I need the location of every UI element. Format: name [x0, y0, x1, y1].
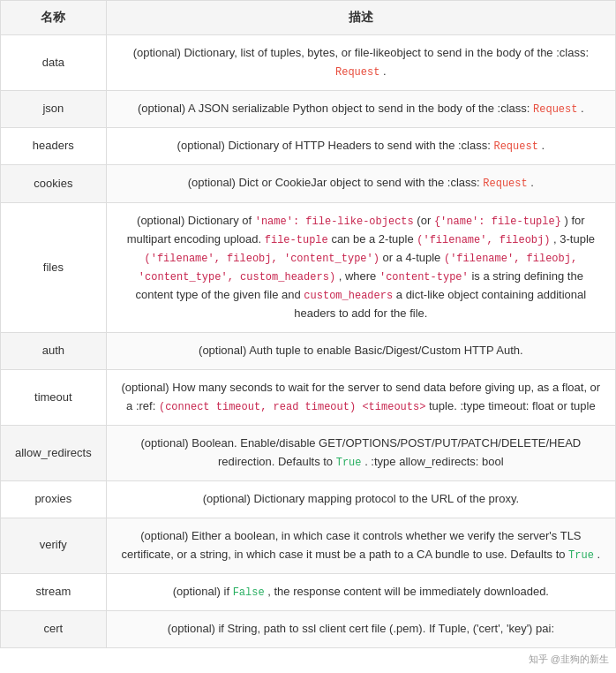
- table-row: allow_redirects(optional) Boolean. Enabl…: [1, 426, 616, 481]
- param-description: (optional) Auth tuple to enable Basic/Di…: [106, 333, 615, 370]
- param-description: (optional) if String, path to ssl client…: [106, 611, 615, 648]
- col-header-name: 名称: [1, 1, 107, 35]
- param-name: cert: [1, 611, 107, 648]
- param-name: stream: [1, 573, 107, 610]
- param-name: timeout: [1, 370, 107, 426]
- param-name: cookies: [1, 165, 107, 202]
- param-name: auth: [1, 333, 107, 370]
- table-row: stream(optional) if False , the response…: [1, 573, 616, 610]
- param-name: verify: [1, 518, 107, 573]
- params-table: 名称 描述 data(optional) Dictionary, list of…: [0, 0, 616, 648]
- param-description: (optional) if False , the response conte…: [106, 573, 615, 610]
- table-row: timeout(optional) How many seconds to wa…: [1, 370, 616, 426]
- table-row: data(optional) Dictionary, list of tuple…: [1, 35, 616, 91]
- param-description: (optional) Dictionary of 'name': file-li…: [106, 202, 615, 333]
- param-description: (optional) Boolean. Enable/disable GET/O…: [106, 426, 615, 481]
- param-name: headers: [1, 128, 107, 165]
- table-row: proxies(optional) Dictionary mapping pro…: [1, 481, 616, 518]
- table-row: auth(optional) Auth tuple to enable Basi…: [1, 333, 616, 370]
- param-description: (optional) Dictionary of HTTP Headers to…: [106, 128, 615, 165]
- table-row: files(optional) Dictionary of 'name': fi…: [1, 202, 616, 333]
- param-description: (optional) Dict or CookieJar object to s…: [106, 165, 615, 202]
- table-row: headers(optional) Dictionary of HTTP Hea…: [1, 128, 616, 165]
- param-description: (optional) Dictionary, list of tuples, b…: [106, 35, 615, 91]
- param-name: json: [1, 90, 107, 127]
- param-description: (optional) Dictionary mapping protocol t…: [106, 481, 615, 518]
- param-description: (optional) Either a boolean, in which ca…: [106, 518, 615, 573]
- param-name: files: [1, 202, 107, 333]
- param-name: data: [1, 35, 107, 91]
- param-name: allow_redirects: [1, 426, 107, 481]
- param-name: proxies: [1, 481, 107, 518]
- table-row: cookies(optional) Dict or CookieJar obje…: [1, 165, 616, 202]
- table-row: cert(optional) if String, path to ssl cl…: [1, 611, 616, 648]
- param-description: (optional) How many seconds to wait for …: [106, 370, 615, 426]
- table-row: json(optional) A JSON serializable Pytho…: [1, 90, 616, 127]
- col-header-desc: 描述: [106, 1, 615, 35]
- param-description: (optional) A JSON serializable Python ob…: [106, 90, 615, 127]
- table-row: verify(optional) Either a boolean, in wh…: [1, 518, 616, 573]
